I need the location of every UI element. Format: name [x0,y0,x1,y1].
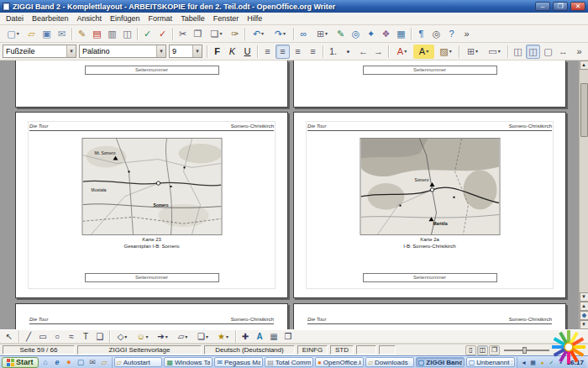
rectangle-icon[interactable]: ▭ [36,330,50,343]
edit-points-icon[interactable]: ✚ [239,330,252,343]
table-icon[interactable]: ⊞▾ [312,27,333,41]
page-59[interactable]: Die Tour Somero-Christkirch [15,112,288,298]
book-view-icon[interactable]: ❐ [489,345,500,355]
task-total-commander[interactable]: ▤Total Commander... [265,357,313,367]
export-pdf-icon[interactable]: ▤ [90,27,104,41]
fontwork-icon[interactable]: A [253,330,266,343]
title-bar[interactable]: ZIGGI Band 2 - Komplettlayout - ARBEITSK… [0,0,588,13]
page-header-frame[interactable]: Die Tour Somero-Christkirch [29,317,274,324]
save-icon[interactable]: ▣ [39,27,54,41]
firefox-icon[interactable]: ● [64,357,75,368]
toolbar-overflow-icon[interactable]: » [459,27,474,41]
footer-frame[interactable]: Seitennummer [363,273,497,282]
align-right-icon[interactable]: ≡ [291,45,305,59]
zoom-slider[interactable] [504,346,549,355]
page-header-frame[interactable]: Die Tour Somero-Christkirch [307,124,552,131]
align-center-icon[interactable]: ≡ [276,45,290,59]
volume-icon[interactable]: ◄ [520,358,528,366]
highlighting-icon-dropdown[interactable]: ▾ [426,49,428,54]
decrease-indent-icon[interactable]: ← [356,45,370,59]
basic-shapes-icon-dropdown[interactable]: ▾ [124,334,127,339]
font-color-icon-dropdown[interactable]: ▾ [404,49,407,54]
font-name-combo[interactable]: Palatino ▾ [79,45,166,58]
writer-quicklaunch-icon[interactable]: ▢ [76,357,87,368]
open-icon[interactable]: ▱ [24,27,39,41]
table-icon-dropdown[interactable]: ▾ [325,31,328,36]
menu-item-format[interactable]: Format [144,13,177,24]
flowchart-icon-dropdown[interactable]: ▾ [185,334,187,339]
network-icon[interactable]: ▦ [529,358,538,366]
gallery-icon[interactable]: ❖ [379,27,393,41]
underline-icon[interactable]: U [240,45,255,59]
scroll-down-button[interactable]: ▼ [580,292,588,302]
menu-item-fenster[interactable]: Fenster [209,13,244,24]
paste-icon-dropdown[interactable]: ▾ [219,31,222,36]
page-preview-icon[interactable]: ◫ [120,27,134,41]
align-left-icon[interactable]: ≡ [260,45,275,59]
font-color-icon[interactable]: A▾ [391,45,412,59]
datasources-icon[interactable]: ▦ [394,27,408,41]
increase-indent-icon[interactable]: → [371,45,386,59]
spellcheck-icon[interactable]: ✓ [140,27,155,41]
freeform-line-icon[interactable]: ≈ [65,330,78,343]
page-62-top[interactable]: Die Tour Somero-Christkirch [293,303,566,329]
callouts-icon-dropdown[interactable]: ▾ [206,334,208,339]
from-file-icon[interactable]: ▦ [267,330,281,343]
zoom-slider-track[interactable] [504,350,549,351]
status-language[interactable]: Deutsch (Deutschland) [204,345,295,355]
navigator-icon[interactable]: ✦ [364,27,378,41]
task-ziggi-band-2[interactable]: ▢ZIGGI Band 2 - K... [416,357,465,367]
maximize-button[interactable]: ❐ [553,2,568,11]
insert-frame-icon[interactable]: ▭▾ [484,45,505,59]
font-name-dropdown-icon[interactable]: ▾ [156,45,165,57]
status-insert-mode[interactable]: EINFG [297,345,328,355]
redo-icon[interactable]: ↷▾ [270,27,291,41]
status-modified[interactable] [379,345,396,355]
paragraph-style-dropdown-icon[interactable]: ▾ [66,45,76,57]
two-page-view-icon[interactable]: ◫ [526,45,540,59]
zoom-icon[interactable]: ◎ [429,27,444,41]
callouts-icon[interactable]: ❏▾ [193,330,213,343]
page-57-bottom[interactable]: Seitennummer [15,60,288,108]
autospellcheck-icon[interactable]: ✓ [155,27,170,41]
draw-functions-icon[interactable]: ✎ [333,27,348,41]
zoom-slider-thumb[interactable] [522,347,527,354]
multi-page-view-icon[interactable]: ◫ [477,345,488,355]
extrusion-icon[interactable]: ❒ [281,330,295,343]
vertical-scrollbar[interactable]: ▲ ▼ ▲ ▼ [579,60,588,329]
minimize-button[interactable]: – [535,2,550,11]
background-color-icon-dropdown[interactable]: ▾ [449,49,452,54]
undo-icon[interactable]: ↶▾ [248,27,269,41]
redo-icon-dropdown[interactable]: ▾ [283,31,286,36]
background-color-icon[interactable]: ▨▾ [435,45,456,59]
page-61-top[interactable]: Die Tour Somero-Christkirch [15,303,288,329]
footer-frame[interactable]: Seitennummer [85,273,219,282]
menu-item-bearbeiten[interactable]: Bearbeiten [28,13,73,24]
email-icon[interactable]: ✉ [55,27,69,41]
find-replace-icon[interactable]: ◎ [349,27,363,41]
status-page-number[interactable]: Seite 59 / 66 [3,345,75,355]
font-size-combo[interactable]: 9 ▾ [169,45,202,58]
insert-frame-icon-dropdown[interactable]: ▾ [498,49,501,54]
single-page-view-icon[interactable]: ▯ [465,345,476,355]
symbol-shapes-icon-dropdown[interactable]: ▾ [146,334,149,339]
menu-item-tabelle[interactable]: Tabelle [176,13,209,24]
new-document-icon-dropdown[interactable]: ▾ [17,31,19,36]
starburst-gadget[interactable] [550,330,587,362]
nonprinting-chars-icon[interactable]: ¶ [414,27,428,41]
stars-icon-dropdown[interactable]: ▾ [226,334,228,339]
show-desktop-icon[interactable]: ⌂ [40,357,51,368]
menu-item-datei[interactable]: Datei [2,13,28,24]
close-button[interactable]: ✕ [570,2,585,11]
status-selection-mode[interactable]: STD [330,345,354,355]
folder-quicklaunch-icon[interactable]: ▱ [99,357,110,368]
task-windows-task-manager[interactable]: ▦Windows Task-Ma... [164,357,213,367]
navigation-toggle-button[interactable] [580,311,588,320]
table-grid-icon-dropdown[interactable]: ▾ [475,49,478,54]
hyperlink-icon[interactable]: ∞ [297,27,311,41]
zoom-page-width-icon[interactable]: ↔ [556,45,570,59]
text-box-icon[interactable]: T [79,330,92,343]
line-icon[interactable]: ╱ [22,330,35,343]
paragraph-style-combo[interactable]: Fußzeile ▾ [3,45,76,58]
bold-icon[interactable]: F [210,45,224,59]
